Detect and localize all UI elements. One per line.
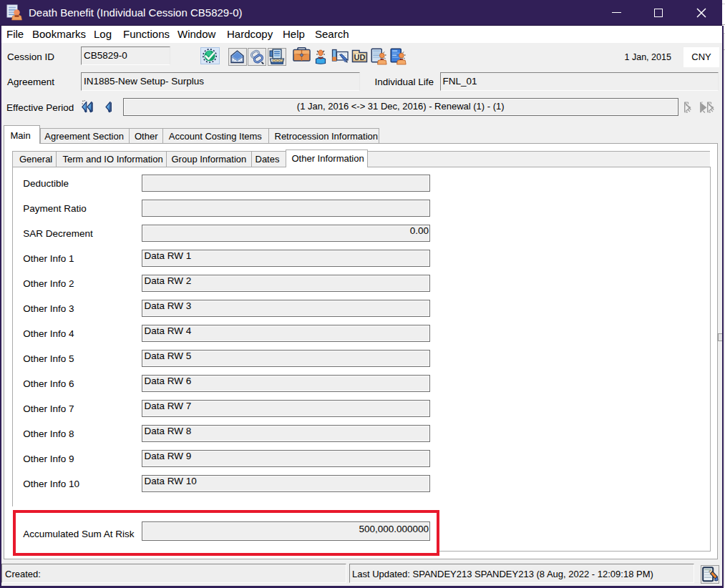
svg-text:UD: UD bbox=[354, 53, 366, 62]
